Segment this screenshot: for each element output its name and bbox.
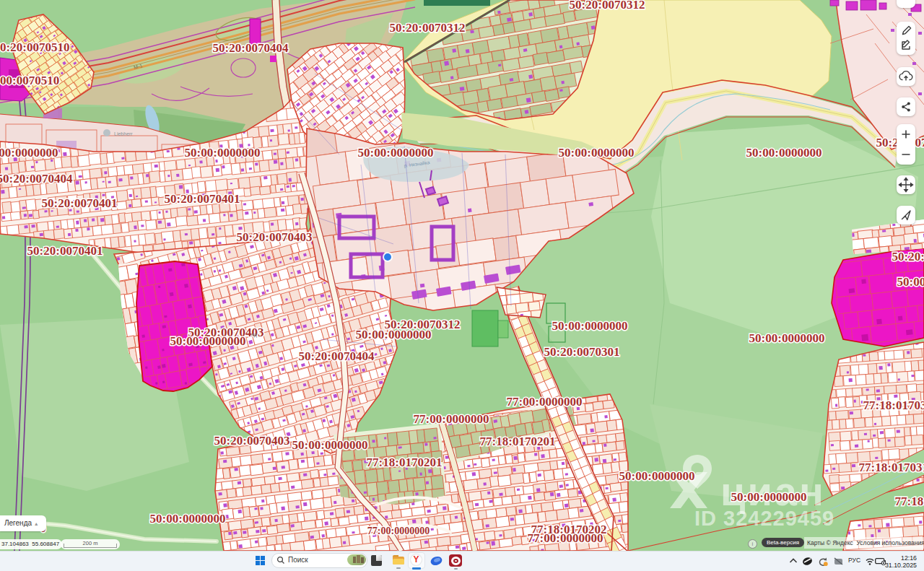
svg-text:ID 324229459: ID 324229459 [694,507,834,530]
svg-text:50:00:0000000: 50:00:0000000 [358,146,434,160]
svg-text:50:00:0000000: 50:00:0000000 [897,275,924,289]
svg-text:50:20:0070401: 50:20:0070401 [165,192,240,206]
svg-text:50:20:0070314: 50:20:0070314 [892,250,924,263]
svg-text:77:00:0000000: 77:00:0000000 [414,412,489,426]
svg-text:50:00:0000000: 50:00:0000000 [749,331,825,345]
svg-text:50:00:0000000: 50:00:0000000 [731,490,807,504]
svg-text:50:20:0070401: 50:20:0070401 [42,196,118,210]
svg-text:50:00:0000000: 50:00:0000000 [150,512,226,526]
svg-text:50:20:0070401: 50:20:0070401 [27,244,103,258]
svg-text:77:18:0170202: 77:18:0170202 [895,494,924,508]
svg-text:50:00:0000000: 50:00:0000000 [0,146,58,160]
svg-text:50:00:0000000: 50:00:0000000 [185,146,261,160]
svg-text:50:20:0070404: 50:20:0070404 [213,41,289,55]
svg-text:00:0070510: 00:0070510 [0,74,59,87]
svg-text:77:18:0170201: 77:18:0170201 [367,456,443,469]
svg-text:50:20:0070510: 50:20:0070510 [0,40,69,54]
svg-text:77:00:0000000: 77:00:0000000 [367,526,430,536]
svg-text:50:20:0070312: 50:20:0070312 [570,0,645,12]
svg-text:77:18:0170201: 77:18:0170201 [480,435,556,448]
svg-text:77:18:0170314: 77:18:0170314 [863,398,924,412]
svg-text:нд: нд [251,332,257,338]
svg-text:50:00:0000000: 50:00:0000000 [619,469,695,483]
svg-text:50:20:0070312: 50:20:0070312 [390,21,466,35]
svg-text:50:20:0070404: 50:20:0070404 [0,172,73,186]
svg-text:77:00:0000000: 77:00:0000000 [507,395,583,409]
svg-text:50:00:0000000: 50:00:0000000 [559,146,635,160]
svg-text:50:00:0000000: 50:00:0000000 [356,328,432,341]
svg-text:50:20:0070403: 50:20:0070403 [237,230,313,244]
svg-text:77:18:0170314: 77:18:0170314 [859,461,924,474]
svg-text:50:00:0000000: 50:00:0000000 [170,334,246,348]
svg-text:50:20:0070404: 50:20:0070404 [299,349,375,363]
svg-text:77:00:0000000: 77:00:0000000 [528,531,603,545]
svg-text:50:00:0000000: 50:00:0000000 [552,319,628,333]
svg-text:50:20:0070301: 50:20:0070301 [544,345,620,359]
svg-text:50:00:0000000: 50:00:0000000 [292,438,368,452]
svg-text:50:20:0070403: 50:20:0070403 [214,434,290,448]
svg-text:50:00:0000000: 50:00:0000000 [746,146,822,160]
svg-text:Liebherr: Liebherr [114,131,133,136]
